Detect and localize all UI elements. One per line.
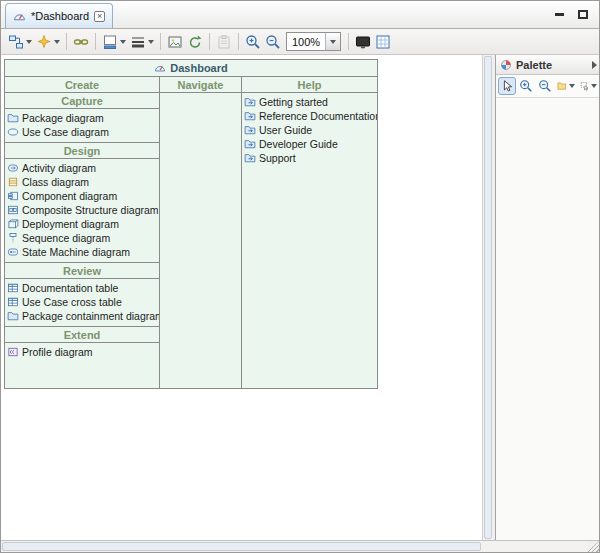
palette-body[interactable] <box>496 98 600 540</box>
help-folder-icon <box>244 96 256 108</box>
help-item-reference-documentation[interactable]: Reference Documentation <box>242 109 377 123</box>
link-elements-button[interactable] <box>71 31 91 53</box>
toolbar-separator <box>95 33 96 50</box>
help-folder-icon <box>244 152 256 164</box>
new-element-button[interactable] <box>34 31 62 53</box>
new-element-icon <box>36 34 52 50</box>
dashboard-item-package-diagram[interactable]: Package diagram <box>5 111 159 125</box>
dashboard-item-state-machine-diagram[interactable]: State Machine diagram <box>5 245 159 259</box>
tab-dashboard[interactable]: *Dashboard × <box>5 3 113 28</box>
item-label: User Guide <box>259 124 312 136</box>
palette-header[interactable]: Palette <box>496 55 600 75</box>
dashboard-panel[interactable]: Dashboard Create Capture Package diagram <box>4 59 378 389</box>
export-image-button[interactable] <box>165 31 185 53</box>
zoom-dropdown-button[interactable] <box>325 33 340 50</box>
fill-color-icon <box>102 34 118 50</box>
class-diagram-icon <box>7 176 19 188</box>
vertical-scrollbar-thumb[interactable] <box>484 56 492 539</box>
toolbar-separator <box>160 33 161 50</box>
zoom-in-button[interactable] <box>243 31 263 53</box>
toolbar-separator <box>348 33 349 50</box>
item-label: Package containment diagram <box>22 310 159 322</box>
help-column: Help Getting started Reference Documenta… <box>242 77 377 388</box>
design-section-header: Design <box>5 142 159 159</box>
item-label: Deployment diagram <box>22 218 119 230</box>
zoom-value[interactable]: 100% <box>287 36 325 48</box>
dashboard-item-component-diagram[interactable]: Component diagram <box>5 189 159 203</box>
maximize-icon <box>578 10 588 19</box>
help-items: Getting started Reference Documentation … <box>242 93 377 168</box>
vertical-scrollbar[interactable] <box>482 55 493 540</box>
item-label: Documentation table <box>22 282 118 294</box>
grid-button[interactable] <box>373 31 393 53</box>
zoom-in-icon <box>519 79 533 93</box>
dashboard-item-deployment-diagram[interactable]: Deployment diagram <box>5 217 159 231</box>
grid-icon <box>375 34 391 50</box>
dashboard-item-activity-diagram[interactable]: Activity diagram <box>5 161 159 175</box>
help-item-getting-started[interactable]: Getting started <box>242 95 377 109</box>
palette-folder-tool-button[interactable] <box>555 77 577 95</box>
dashboard-item-package-containment-diagram[interactable]: Package containment diagram <box>5 309 159 323</box>
capture-section-header: Capture <box>5 93 159 109</box>
chevron-down-icon <box>591 84 597 88</box>
palette-zoom-in-button[interactable] <box>517 77 535 95</box>
documentation-table-icon <box>7 282 19 294</box>
line-style-button[interactable] <box>128 31 156 53</box>
diagram-canvas[interactable]: Dashboard Create Capture Package diagram <box>1 55 482 540</box>
dashboard-item-profile-diagram[interactable]: Profile diagram <box>5 345 159 359</box>
chevron-down-icon <box>120 40 126 44</box>
help-item-developer-guide[interactable]: Developer Guide <box>242 137 377 151</box>
view-controls <box>551 7 591 21</box>
create-column: Create Capture Package diagram Use Case … <box>5 77 160 388</box>
chevron-down-icon <box>26 40 32 44</box>
review-section-header: Review <box>5 262 159 279</box>
maximize-button[interactable] <box>575 7 591 21</box>
dashboard-columns: Create Capture Package diagram Use Case … <box>5 77 377 388</box>
toolbar-separator <box>66 33 67 50</box>
dashboard-item-documentation-table[interactable]: Documentation table <box>5 281 159 295</box>
cursor-icon <box>500 79 514 93</box>
dashboard-icon <box>154 62 166 74</box>
dashboard-item-sequence-diagram[interactable]: Sequence diagram <box>5 231 159 245</box>
horizontal-scrollbar-thumb[interactable] <box>2 542 481 551</box>
fill-color-button[interactable] <box>100 31 128 53</box>
palette-title: Palette <box>516 59 588 71</box>
window-resize-grip[interactable] <box>587 541 599 552</box>
select-tool-button[interactable] <box>498 77 516 95</box>
palette-panel: Palette <box>495 55 600 540</box>
line-style-icon <box>130 34 146 50</box>
dashboard-title-bar: Dashboard <box>5 60 377 77</box>
application-window: *Dashboard × <box>0 0 600 553</box>
item-label: Reference Documentation <box>259 110 377 122</box>
new-diagram-button[interactable] <box>6 31 34 53</box>
minimize-button[interactable] <box>551 7 567 21</box>
item-label: State Machine diagram <box>22 246 130 258</box>
toolbar-separator <box>209 33 210 50</box>
refresh-button[interactable] <box>185 31 205 53</box>
help-item-support[interactable]: Support <box>242 151 377 165</box>
palette-zoom-out-button[interactable] <box>536 77 554 95</box>
zoom-combobox[interactable]: 100% <box>286 32 341 51</box>
dashboard-item-class-diagram[interactable]: Class diagram <box>5 175 159 189</box>
component-diagram-icon <box>7 190 19 202</box>
tab-close-icon[interactable]: × <box>94 11 105 22</box>
dashboard-item-use-case-cross-table[interactable]: Use Case cross table <box>5 295 159 309</box>
dashboard-item-use-case-diagram[interactable]: Use Case diagram <box>5 125 159 139</box>
horizontal-scrollbar[interactable] <box>1 541 587 552</box>
dashboard-title: Dashboard <box>170 62 227 74</box>
palette-collapse-arrow-icon[interactable] <box>592 61 597 69</box>
item-label: Composite Structure diagram <box>22 204 159 216</box>
editor-area: Dashboard Create Capture Package diagram <box>1 55 599 540</box>
screenshot-button[interactable] <box>353 31 373 53</box>
zoom-out-icon <box>265 34 281 50</box>
zoom-out-button[interactable] <box>263 31 283 53</box>
dashboard-item-composite-structure-diagram[interactable]: Composite Structure diagram <box>5 203 159 217</box>
chevron-down-icon <box>148 40 154 44</box>
help-item-user-guide[interactable]: User Guide <box>242 123 377 137</box>
bottom-bar <box>1 540 599 552</box>
item-label: Class diagram <box>22 176 89 188</box>
package-containment-diagram-icon <box>7 310 19 322</box>
item-label: Use Case diagram <box>22 126 109 138</box>
palette-marquee-tool-button[interactable] <box>578 77 600 95</box>
paste-button <box>214 31 234 53</box>
